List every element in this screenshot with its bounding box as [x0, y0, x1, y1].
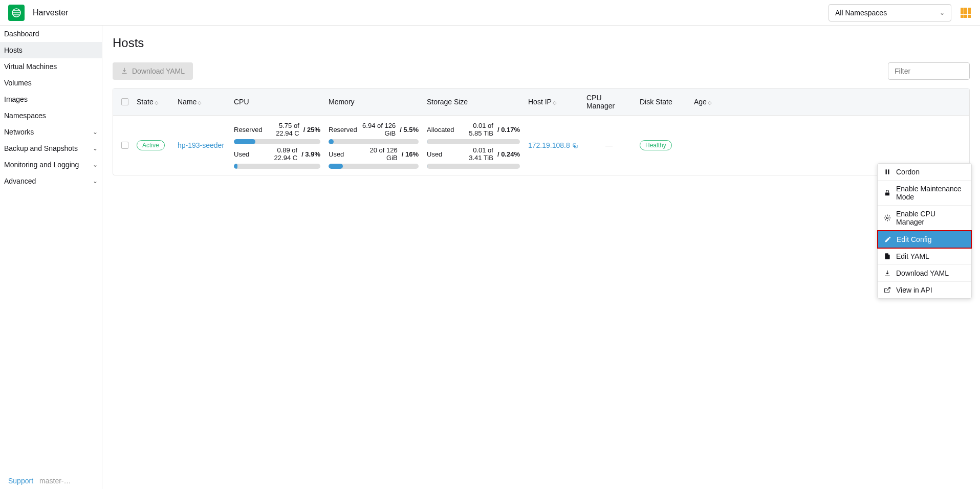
action-cordon[interactable]: Cordon [878, 164, 971, 181]
chevron-down-icon: ⌄ [93, 177, 98, 185]
storage-used-bar [427, 164, 520, 169]
mem-used-label: Used [329, 150, 358, 158]
host-ip-link[interactable]: 172.19.108.8 [528, 141, 578, 149]
file-icon [884, 253, 891, 260]
sidebar-item-label: Monitoring and Logging [4, 161, 79, 169]
svg-rect-5 [964, 11, 967, 14]
row-action-menu: CordonEnable Maintenance ModeEnable CPU … [877, 163, 972, 299]
mem-reserved-label: Reserved [329, 126, 358, 134]
action-label: View in API [896, 286, 932, 294]
sidebar-item-monitoring-and-logging[interactable]: Monitoring and Logging⌄ [0, 157, 102, 173]
action-label: Cordon [896, 168, 920, 176]
pause-icon [884, 168, 891, 175]
mem-used-val: 20 of 126 GiB [360, 146, 400, 162]
support-link[interactable]: Support [8, 477, 33, 485]
action-edit-yaml[interactable]: Edit YAML [878, 248, 971, 265]
sidebar-item-volumes[interactable]: Volumes [0, 75, 102, 91]
action-download-yaml[interactable]: Download YAML [878, 265, 971, 282]
harvester-logo-icon [10, 8, 23, 18]
sidebar-item-dashboard[interactable]: Dashboard [0, 26, 102, 42]
sidebar-item-backup-and-snapshots[interactable]: Backup and Snapshots⌄ [0, 140, 102, 157]
mem-reserved-bar [329, 139, 419, 144]
th-storage[interactable]: Storage Size [423, 98, 524, 106]
filter-input[interactable] [888, 62, 970, 80]
action-label: Download YAML [896, 269, 949, 277]
table-row: Active hp-193-seeder Reserved 5.75 of 22… [113, 116, 969, 175]
th-age[interactable]: Age◇ [690, 98, 736, 106]
svg-rect-9 [968, 15, 971, 18]
svg-rect-13 [888, 169, 889, 174]
sidebar-item-hosts[interactable]: Hosts [0, 42, 102, 58]
storage-used-pct: / 0.24% [497, 150, 520, 158]
action-view-in-api[interactable]: View in API [878, 282, 971, 298]
download-yaml-label: Download YAML [132, 67, 185, 75]
row-checkbox[interactable] [121, 142, 128, 149]
namespace-select[interactable]: All Namespaces ⌄ [829, 4, 951, 21]
chevron-down-icon: ⌄ [93, 145, 98, 152]
sidebar-item-label: Images [4, 95, 28, 103]
page-title: Hosts [113, 36, 970, 50]
sidebar-item-advanced[interactable]: Advanced⌄ [0, 173, 102, 189]
storage-used-val: 0.01 of 3.41 TiB [459, 146, 495, 162]
sidebar-item-label: Networks [4, 128, 34, 136]
sort-icon: ◇ [553, 100, 557, 105]
cell-name: hp-193-seeder [173, 141, 230, 149]
th-memory[interactable]: Memory [324, 98, 423, 106]
storage-alloc-label: Allocated [427, 126, 456, 134]
th-name[interactable]: Name◇ [173, 98, 230, 106]
svg-rect-8 [964, 15, 967, 18]
host-name-link[interactable]: hp-193-seeder [178, 141, 224, 149]
sidebar: DashboardHostsVirtual MachinesVolumesIma… [0, 26, 102, 489]
svg-rect-4 [961, 11, 964, 14]
action-enable-cpu-manager[interactable]: Enable CPU Manager [878, 206, 971, 231]
th-state[interactable]: State◇ [133, 98, 173, 106]
svg-rect-12 [886, 169, 887, 174]
cpu-reserved-label: Reserved [234, 126, 264, 134]
mem-reserved-pct: / 5.5% [400, 126, 419, 134]
svg-rect-7 [961, 15, 964, 18]
copy-icon[interactable] [572, 142, 578, 148]
logo[interactable] [8, 5, 25, 21]
nav: DashboardHostsVirtual MachinesVolumesIma… [0, 26, 102, 189]
cpu-used-val: 0.89 of 22.94 C [266, 146, 299, 162]
action-enable-maintenance-mode[interactable]: Enable Maintenance Mode [878, 181, 971, 206]
sidebar-item-networks[interactable]: Networks⌄ [0, 124, 102, 140]
mem-used-bar [329, 164, 419, 169]
action-label: Edit YAML [896, 252, 929, 260]
action-edit-config[interactable]: Edit Config [877, 230, 972, 249]
download-icon [884, 270, 891, 277]
namespace-selected-label: All Namespaces [835, 9, 887, 17]
cell-cpu-manager: — [582, 141, 636, 149]
storage-alloc-val: 0.01 of 5.85 TiB [459, 122, 495, 137]
cell-state: Active [133, 140, 173, 150]
mem-used-pct: / 16% [402, 150, 419, 158]
pencil-icon [884, 236, 891, 243]
cell-storage: Allocated 0.01 of 5.85 TiB / 0.17% Used … [423, 122, 524, 169]
sort-icon: ◇ [198, 100, 202, 105]
external-icon [884, 286, 891, 294]
action-label: Enable Maintenance Mode [896, 185, 965, 201]
download-icon [121, 67, 128, 76]
sort-icon: ◇ [155, 100, 159, 105]
header-right: All Namespaces ⌄ [829, 4, 972, 21]
th-cpu[interactable]: CPU [230, 98, 324, 106]
th-cpu-manager[interactable]: CPU Manager [582, 94, 636, 110]
action-label: Edit Config [897, 235, 931, 243]
action-label: Enable CPU Manager [896, 210, 965, 226]
sidebar-item-label: Hosts [4, 46, 23, 54]
chevron-down-icon: ⌄ [93, 128, 98, 136]
sidebar-footer: Support master-… [0, 473, 102, 489]
cpu-used-bar [234, 164, 320, 169]
cpu-reserved-bar [234, 139, 320, 144]
cpu-used-pct: / 3.9% [301, 150, 320, 158]
download-yaml-button[interactable]: Download YAML [113, 62, 193, 80]
sidebar-item-images[interactable]: Images [0, 91, 102, 107]
th-disk-state[interactable]: Disk State [636, 98, 690, 106]
select-all-checkbox[interactable] [121, 98, 128, 105]
svg-rect-2 [964, 8, 967, 11]
th-host-ip[interactable]: Host IP◇ [524, 98, 582, 106]
sidebar-item-namespaces[interactable]: Namespaces [0, 107, 102, 124]
app-menu-icon[interactable] [960, 7, 972, 19]
storage-alloc-pct: / 0.17% [497, 126, 520, 134]
sidebar-item-virtual-machines[interactable]: Virtual Machines [0, 58, 102, 75]
